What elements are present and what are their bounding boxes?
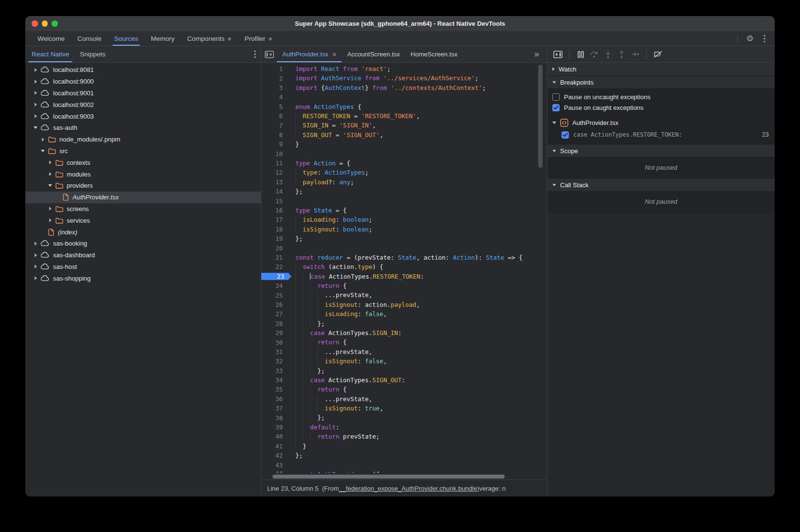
code-line-5[interactable]: 5enum ActionTypes {: [261, 102, 547, 111]
code-line-text[interactable]: };: [288, 366, 325, 375]
breakpoint-file-group[interactable]: AuthProvider.tsx: [547, 116, 775, 129]
code-line-text[interactable]: isLoading: boolean;: [288, 215, 372, 224]
line-number[interactable]: 19: [261, 235, 288, 242]
code-line-42[interactable]: 42};: [261, 451, 547, 460]
kebab-menu-icon[interactable]: [254, 46, 261, 62]
code-line-26[interactable]: 26 isSignout: action.payload,: [261, 300, 547, 309]
code-line-text[interactable]: isSignout: false,: [288, 356, 387, 366]
close-icon[interactable]: ×: [332, 51, 337, 58]
code-line-41[interactable]: 41 }: [261, 442, 547, 451]
tree-item-src[interactable]: src: [25, 145, 261, 157]
tree-item-contexts[interactable]: contexts: [25, 157, 261, 168]
code-line-text[interactable]: isSignout: true,: [288, 404, 383, 413]
line-number[interactable]: 3: [261, 84, 288, 91]
tree-item-services[interactable]: services: [25, 214, 261, 226]
checkbox-checked[interactable]: [552, 104, 560, 111]
code-line-34[interactable]: 34 case ActionTypes.SIGN_OUT:: [261, 375, 547, 385]
code-line-text[interactable]: ...prevState,: [288, 347, 372, 356]
code-line-text[interactable]: type Action = {: [288, 159, 350, 168]
code-line-text[interactable]: import {AuthContext} from '../contexts/A…: [288, 83, 486, 92]
line-number[interactable]: 27: [261, 310, 288, 318]
editor-tab-accountscreen-tsx[interactable]: AccountScreen.tsx: [342, 46, 405, 62]
line-number[interactable]: 12: [261, 169, 288, 176]
source-map-link[interactable]: __federation_expose_AuthProvider.chunk.b…: [339, 485, 477, 492]
code-line-13[interactable]: 13 payload?: any;: [261, 177, 547, 187]
line-number[interactable]: 18: [261, 226, 288, 233]
panel-right-icon[interactable]: [551, 48, 564, 61]
line-number[interactable]: 21: [261, 254, 288, 261]
line-number[interactable]: 44: [261, 470, 288, 473]
chevron-right-icon[interactable]: [32, 68, 39, 72]
checkbox-unchecked[interactable]: [552, 93, 560, 101]
tree-item-sas-host[interactable]: sas-host: [25, 261, 261, 273]
code-line-20[interactable]: 20: [261, 243, 547, 252]
code-line-text[interactable]: isSignout: boolean;: [288, 225, 372, 234]
tree-item-localhost-9002[interactable]: localhost:9002: [25, 99, 261, 110]
editor-tab-homescreen-tsx[interactable]: HomeScreen.tsx: [405, 46, 463, 62]
tree-item-localhost-9000[interactable]: localhost:9000: [25, 76, 261, 88]
chevron-right-icon[interactable]: [39, 138, 46, 142]
line-number[interactable]: 15: [261, 197, 288, 205]
line-number[interactable]: 20: [261, 245, 288, 252]
code-line-39[interactable]: 39 default:: [261, 423, 547, 432]
code-line-7[interactable]: 7 SIGN_IN = 'SIGN_IN',: [261, 121, 547, 130]
line-number[interactable]: 9: [261, 141, 288, 148]
checkbox-checked[interactable]: [562, 131, 569, 139]
line-number[interactable]: 40: [261, 433, 288, 440]
line-number[interactable]: 43: [261, 461, 288, 469]
line-number[interactable]: 37: [261, 405, 288, 412]
breakpoint-entry[interactable]: case ActionTypes.RESTORE_TOKEN:23: [547, 129, 775, 141]
chevron-right-icon[interactable]: [32, 265, 39, 268]
code-line-36[interactable]: 36 ...prevState,: [261, 394, 547, 404]
code-line-text[interactable]: };: [288, 234, 303, 243]
code-line-text[interactable]: const reducer = (prevState: State, actio…: [288, 253, 523, 262]
line-number[interactable]: 17: [261, 216, 288, 223]
code-line-16[interactable]: 16type State = {: [261, 206, 547, 215]
tree-item-localhost-9001[interactable]: localhost:9001: [25, 88, 261, 99]
code-line-text[interactable]: default:: [288, 423, 339, 432]
chevron-right-icon[interactable]: [32, 276, 39, 280]
code-line-3[interactable]: 3import {AuthContext} from '../contexts/…: [261, 83, 547, 92]
scope-section-header[interactable]: Scope: [547, 144, 775, 158]
line-number[interactable]: 42: [261, 452, 288, 459]
code-line-6[interactable]: 6 RESTORE_TOKEN = 'RESTORE_TOKEN',: [261, 111, 547, 121]
chevron-right-icon[interactable]: [32, 91, 39, 95]
tree-item-localhost-8081[interactable]: localhost:8081: [25, 64, 261, 76]
code-line-text[interactable]: case ActionTypes.SIGN_OUT:: [288, 375, 405, 385]
code-line-37[interactable]: 37 isSignout: true,: [261, 404, 547, 413]
tree-item-modules[interactable]: modules: [25, 168, 261, 180]
step-out-icon[interactable]: [615, 48, 628, 61]
line-number[interactable]: 2: [261, 75, 288, 82]
settings-gear-icon[interactable]: ⚙: [744, 32, 756, 45]
line-number[interactable]: 28: [261, 320, 288, 327]
line-number[interactable]: 7: [261, 122, 288, 129]
line-number[interactable]: 41: [261, 443, 288, 450]
chevron-right-icon[interactable]: [32, 242, 39, 246]
code-line-17[interactable]: 17 isLoading: boolean;: [261, 215, 547, 224]
code-line-24[interactable]: 24 return {: [261, 281, 547, 290]
code-line-1[interactable]: 1import React from 'react';: [261, 64, 547, 73]
code-line-text[interactable]: SIGN_OUT = 'SIGN_OUT',: [288, 130, 383, 140]
code-line-text[interactable]: return {: [288, 281, 346, 290]
code-line-text[interactable]: type: ActionTypes;: [288, 168, 369, 177]
line-number[interactable]: 4: [261, 93, 288, 101]
code-line-38[interactable]: 38 };: [261, 413, 547, 422]
editor-tab-authprovider-tsx[interactable]: AuthProvider.tsx×: [277, 46, 342, 62]
deactivate-breakpoints-icon[interactable]: [652, 48, 664, 61]
line-number[interactable]: 26: [261, 301, 288, 308]
code-line-23[interactable]: 23 case ActionTypes.RESTORE_TOKEN:: [261, 272, 547, 281]
step-icon[interactable]: [629, 48, 641, 61]
chevron-right-icon[interactable]: [47, 207, 54, 211]
code-line-text[interactable]: isSignout: action.payload,: [288, 300, 420, 309]
line-number[interactable]: 36: [261, 395, 288, 403]
step-into-icon[interactable]: [601, 48, 614, 61]
code-line-text[interactable]: import AuthService from '../services/Aut…: [288, 73, 478, 83]
breakpoints-section-header[interactable]: Breakpoints: [547, 76, 775, 89]
code-line-29[interactable]: 29 case ActionTypes.SIGN_IN:: [261, 328, 547, 337]
chevron-right-icon[interactable]: [47, 160, 54, 164]
chevron-right-icon[interactable]: [47, 172, 54, 176]
tab-components[interactable]: Components: [181, 31, 238, 46]
tree-item-authprovider-tsx[interactable]: AuthProvider.tsx: [25, 192, 261, 203]
chevron-right-icon[interactable]: [32, 253, 39, 257]
watch-section-header[interactable]: Watch: [547, 63, 775, 76]
